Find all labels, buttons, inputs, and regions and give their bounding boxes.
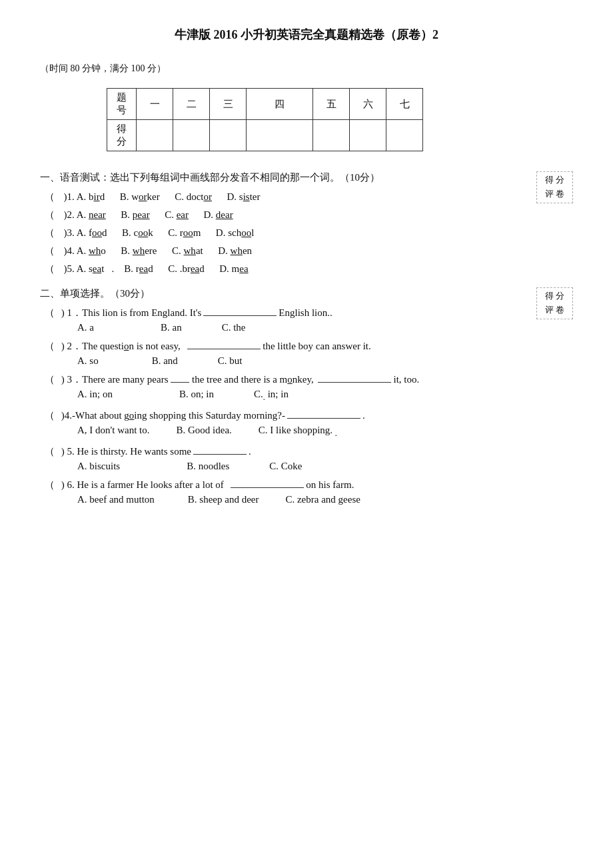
section2-q6: （ ) 6. He is a farmer He looks after a l… (40, 479, 573, 505)
section1-q3: （ )3. A. food B. cook C. room D. school (40, 227, 573, 239)
q5-options: )5. A. seat . B. read C. .bread D. mea (59, 263, 249, 275)
section2-q3: （ ) 3．There are many pears the tree and … (40, 373, 573, 403)
section1-q2: （ )2. A. near B. pear C. ear D. dear (40, 209, 573, 221)
q1-options: )1. A. bird B. worker C. doctor D. siste… (59, 191, 261, 203)
score-label-1: 得 分评 卷 (536, 171, 573, 203)
score-label-2: 得 分评 卷 (536, 287, 573, 319)
section2-q2: （ ) 2．The question is not easy, the litt… (40, 340, 573, 367)
q2-options: )2. A. near B. pear C. ear D. dear (59, 209, 233, 221)
score-table: 题号 一 二 三 四 五 六 七 得分 (107, 88, 423, 151)
q3-options: )3. A. food B. cook C. room D. school (59, 227, 254, 239)
q4-options: )4. A. who B. where C. what D. when (59, 245, 252, 257)
section2-header: 二、单项选择。（30分） (40, 287, 573, 300)
section2-q1: （ ) 1．This lion is from England. It'sEng… (40, 307, 573, 333)
section2-q5: （ ) 5. He is thirsty. He wants some. A. … (40, 445, 573, 472)
section1-header: 一、语音测试：选出下列每组词中画线部分发音不相同的那一个词。（10分） (40, 171, 573, 184)
section1-q1: （ )1. A. bird B. worker C. doctor D. sis… (40, 191, 573, 203)
meta-info: （时间 80 分钟，满分 100 分） (40, 63, 573, 75)
section2-q4: （ )4.-What about going shopping this Sat… (40, 409, 573, 439)
page-title: 牛津版 2016 小升初英语完全真题精选卷（原卷）2 (40, 27, 573, 43)
section1-q5: （ )5. A. seat . B. read C. .bread D. mea (40, 263, 573, 275)
section1-q4: （ )4. A. who B. where C. what D. when (40, 245, 573, 257)
